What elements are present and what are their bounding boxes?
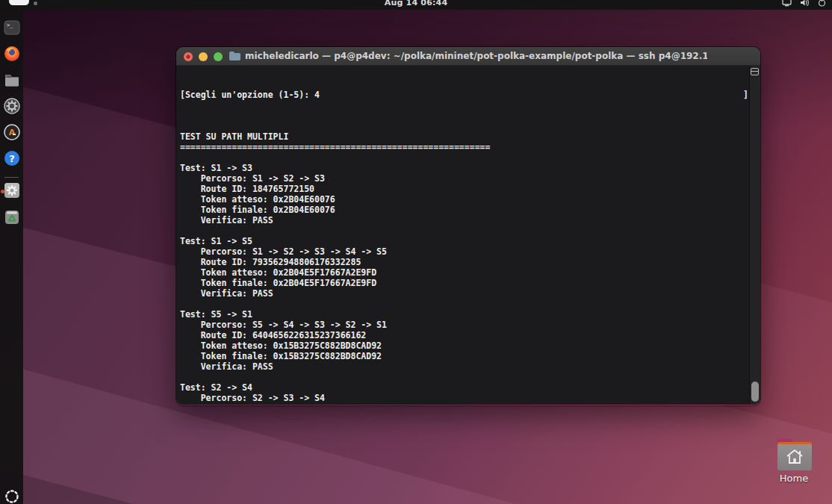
terminal-line: Test: S2 -> S4 <box>180 382 748 393</box>
terminal-icon[interactable]: >_ <box>4 19 20 36</box>
terminal-window[interactable]: micheledicarlo — p4@p4dev: ~/polka/minin… <box>176 47 760 405</box>
terminal-line: Route ID: 386750546716 <box>180 403 748 405</box>
svg-text:A: A <box>9 128 16 137</box>
terminal-line: Route ID: 6404656226315237366162 <box>180 330 748 340</box>
terminal-line: Token finale: 0x15B3275C882BD8CAD92 <box>180 351 748 361</box>
scrollbar-thumb[interactable] <box>751 382 759 402</box>
terminal-content[interactable]: [Scegli un'opzione (1-5): 4 ] TEST SU PA… <box>176 66 760 405</box>
system-tray[interactable] <box>782 0 826 7</box>
terminal-line: Verifica: PASS <box>180 215 748 225</box>
svg-text:?: ? <box>9 153 15 164</box>
terminal-scrollbar[interactable] <box>749 66 760 405</box>
clock[interactable]: Aug 14 06:44 <box>0 0 832 7</box>
terminal-line: Token finale: 0x2B04E60076 <box>180 205 748 215</box>
dock: >_ A ? <box>0 10 23 504</box>
settings-gear-icon[interactable] <box>4 98 20 114</box>
files-folder-icon[interactable] <box>4 72 20 88</box>
terminal-line: Token atteso: 0x15B3275C882BD8CAD92 <box>180 340 748 351</box>
terminal-line: Percorso: S5 -> S4 -> S3 -> S2 -> S1 <box>180 320 748 330</box>
terminal-line: Percorso: S1 -> S2 -> S3 -> S4 -> S5 <box>180 246 748 257</box>
window-title-wrap: micheledicarlo — p4@p4dev: ~/polka/minin… <box>229 51 707 61</box>
terminal-line <box>180 299 748 309</box>
terminal-line: Route ID: 793562948806176332285 <box>180 257 748 267</box>
terminal-line: TEST SU PATH MULTIPLI <box>180 131 748 142</box>
trash-recycle-icon[interactable] <box>4 209 20 225</box>
terminal-line <box>180 121 748 131</box>
terminal-prompt-end: ] <box>743 90 748 100</box>
terminal-line: Verifica: PASS <box>180 361 748 372</box>
terminal-lines: TEST SU PATH MULTIPLI===================… <box>180 121 748 405</box>
terminal-line: Percorso: S1 -> S2 -> S3 <box>180 173 748 184</box>
close-button[interactable] <box>184 52 193 61</box>
terminal-line: Percorso: S2 -> S3 -> S4 <box>180 393 748 403</box>
volume-icon[interactable] <box>800 0 810 7</box>
a-badge-app-icon[interactable]: A <box>4 124 20 140</box>
terminal-output: [Scegli un'opzione (1-5): 4 ] TEST SU PA… <box>180 69 748 405</box>
folder-icon <box>229 52 240 60</box>
home-icon-label: Home <box>772 473 816 484</box>
gear-app-running-icon[interactable] <box>4 182 20 199</box>
window-titlebar[interactable]: micheledicarlo — p4@p4dev: ~/polka/minin… <box>176 47 760 66</box>
terminal-line: Test: S1 -> S3 <box>180 163 748 173</box>
svg-text:>_: >_ <box>7 22 13 28</box>
desktop: Aug 14 06:44 >_ <box>0 0 832 504</box>
home-desktop-icon[interactable]: Home <box>772 439 816 484</box>
house-glyph <box>785 447 804 467</box>
terminal-line: Token atteso: 0x2B04E60076 <box>180 194 748 205</box>
traffic-lights <box>184 47 223 66</box>
terminal-line: Route ID: 184765772150 <box>180 184 748 194</box>
screen-cast-icon[interactable] <box>782 0 792 7</box>
minimize-button[interactable] <box>199 52 208 61</box>
terminal-line <box>180 225 748 236</box>
window-title: micheledicarlo — p4@p4dev: ~/polka/minin… <box>245 51 707 61</box>
zoom-button[interactable] <box>214 52 223 61</box>
help-question-icon[interactable]: ? <box>4 150 20 167</box>
show-apps-icon[interactable] <box>4 488 20 504</box>
terminal-line: Verifica: PASS <box>180 288 748 299</box>
scrollbar-top-icon <box>751 68 759 75</box>
terminal-line: Test: S5 -> S1 <box>180 309 748 320</box>
terminal-line: Token atteso: 0x2B04E5F17667A2E9FD <box>180 267 748 278</box>
firefox-icon[interactable] <box>4 46 20 62</box>
terminal-line: Test: S1 -> S5 <box>180 236 748 246</box>
terminal-line <box>180 152 748 163</box>
top-bar: Aug 14 06:44 <box>0 0 832 10</box>
terminal-line: ========================================… <box>180 142 748 152</box>
home-folder-icon[interactable] <box>776 439 812 470</box>
dock-divider <box>4 177 19 178</box>
terminal-prompt-row: [Scegli un'opzione (1-5): 4 ] <box>180 90 748 100</box>
terminal-prompt: [Scegli un'opzione (1-5): 4 <box>180 90 320 100</box>
power-icon[interactable] <box>818 0 826 7</box>
terminal-line <box>180 372 748 382</box>
terminal-line: Token finale: 0x2B04E5F17667A2E9FD <box>180 278 748 288</box>
